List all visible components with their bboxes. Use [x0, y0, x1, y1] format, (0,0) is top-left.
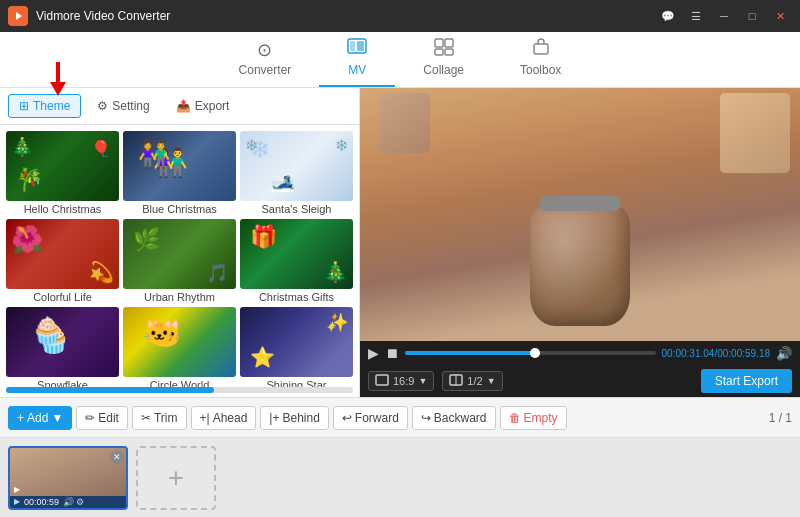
panel-toolbar: ⊞ Theme ⚙ Setting 📤 Export [0, 88, 359, 125]
forward-icon: ↩ [342, 411, 352, 425]
ratio-selector[interactable]: 16:9 ▼ [368, 371, 434, 391]
maximize-btn[interactable]: □ [740, 6, 764, 26]
backward-button[interactable]: ↪ Backward [412, 406, 496, 430]
progress-bar[interactable] [405, 351, 656, 355]
empty-button[interactable]: 🗑 Empty [500, 406, 567, 430]
timeline: ✕ ▶ 00:00:59 🔊 ⚙ + [0, 437, 800, 517]
theme-snowflake[interactable]: 🧁 Snowflake [6, 307, 119, 387]
ratio-icon [375, 374, 389, 388]
behind-button[interactable]: |+ Behind [260, 406, 329, 430]
tab-converter[interactable]: ⊙ Converter [211, 33, 320, 87]
svg-rect-4 [357, 41, 364, 51]
theme-label-snowflake: Snowflake [37, 379, 88, 387]
svg-rect-6 [445, 39, 453, 47]
add-icon: + [17, 411, 24, 425]
setting-gear-icon: ⚙ [97, 99, 108, 113]
track-icon [449, 374, 463, 388]
preview-controls: ▶ ⏹ 00:00:31.04/00:00:59.18 🔊 [360, 341, 800, 365]
theme-thumb-christmas-gifts: 🎁 🎄 [240, 219, 353, 289]
theme-thumb-shining-star: ✨ ⭐ [240, 307, 353, 377]
export-icon: 📤 [176, 99, 191, 113]
theme-urban-rhythm[interactable]: 🌿 🎵 Urban Rhythm [123, 219, 236, 303]
add-clip-button[interactable]: + [136, 446, 216, 510]
theme-thumb-urban-rhythm: 🌿 🎵 [123, 219, 236, 289]
svg-rect-7 [435, 49, 443, 55]
add-chevron: ▼ [51, 411, 63, 425]
tab-toolbox[interactable]: Toolbox [492, 32, 589, 87]
progress-handle[interactable] [530, 348, 540, 358]
theme-thumb-hello-christmas: 🎄 🎋 🎈 [6, 131, 119, 201]
theme-hello-christmas[interactable]: 🎄 🎋 🎈 Hello Christmas [6, 131, 119, 215]
app-icon [8, 6, 28, 26]
right-panel: ▶ ⏹ 00:00:31.04/00:00:59.18 🔊 [360, 88, 800, 397]
clip-footer: ▶ 00:00:59 🔊 ⚙ [10, 496, 126, 508]
left-panel: ⊞ Theme ⚙ Setting 📤 Export 🎄 [0, 88, 360, 397]
stop-button[interactable]: ⏹ [385, 345, 399, 361]
start-export-button[interactable]: Start Export [701, 369, 792, 393]
theme-colorful-life[interactable]: 🌺 💫 Colorful Life [6, 219, 119, 303]
trim-button[interactable]: ✂ Trim [132, 406, 187, 430]
clip-play-icon: ▶ [14, 497, 20, 506]
add-clip-icon: + [168, 462, 184, 494]
play-button[interactable]: ▶ [368, 345, 379, 361]
themes-grid: 🎄 🎋 🎈 Hello Christmas 👫 Blue Christmas [0, 125, 359, 387]
clip-audio-icon: 🔊 [63, 497, 74, 507]
ratio-chevron: ▼ [418, 376, 427, 386]
video-preview [360, 88, 800, 341]
clip-thumbnail: ✕ [10, 448, 126, 496]
bg-object-2 [380, 93, 430, 153]
clip-icons: 🔊 ⚙ [63, 497, 84, 507]
clip-settings-icon: ⚙ [76, 497, 84, 507]
clip-time: 00:00:59 [24, 497, 59, 507]
theme-label-santas-sleigh: Santa's Sleigh [262, 203, 332, 215]
export-button[interactable]: 📤 Export [166, 95, 240, 117]
time-display: 00:00:31.04/00:00:59.18 [662, 348, 770, 359]
add-button[interactable]: + Add ▼ [8, 406, 72, 430]
close-btn[interactable]: ✕ [768, 6, 792, 26]
timeline-clip-1[interactable]: ✕ ▶ 00:00:59 🔊 ⚙ [8, 446, 128, 510]
title-bar: Vidmore Video Converter 💬 ☰ ─ □ ✕ [0, 0, 800, 32]
setting-button[interactable]: ⚙ Setting [87, 95, 159, 117]
theme-button[interactable]: ⊞ Theme [8, 94, 81, 118]
forward-button[interactable]: ↩ Forward [333, 406, 408, 430]
chat-btn[interactable]: 💬 [656, 6, 680, 26]
window-controls: 💬 ☰ ─ □ ✕ [656, 6, 792, 26]
theme-thumb-colorful-life: 🌺 💫 [6, 219, 119, 289]
preview-footer: 16:9 ▼ 1/2 ▼ Start Export [360, 365, 800, 397]
jar-lid [540, 196, 620, 211]
theme-label-colorful-life: Colorful Life [33, 291, 92, 303]
app-title: Vidmore Video Converter [36, 9, 170, 23]
menu-btn[interactable]: ☰ [684, 6, 708, 26]
mv-icon [347, 38, 367, 61]
video-frame [360, 88, 800, 341]
converter-icon: ⊙ [257, 39, 272, 61]
jar-object [530, 206, 630, 326]
theme-thumb-snowflake: 🧁 [6, 307, 119, 377]
theme-label-urban-rhythm: Urban Rhythm [144, 291, 215, 303]
theme-thumb-circle-world: 🐱 [123, 307, 236, 377]
trim-icon: ✂ [141, 411, 151, 425]
edit-button[interactable]: ✏ Edit [76, 406, 128, 430]
ahead-button[interactable]: +| Ahead [191, 406, 257, 430]
theme-thumb-blue-christmas: 👫 [123, 131, 236, 201]
minimize-btn[interactable]: ─ [712, 6, 736, 26]
svg-rect-5 [435, 39, 443, 47]
track-selector[interactable]: 1/2 ▼ [442, 371, 502, 391]
tab-mv[interactable]: MV [319, 32, 395, 87]
theme-blue-christmas[interactable]: 👫 Blue Christmas [123, 131, 236, 215]
volume-icon[interactable]: 🔊 [776, 346, 792, 361]
tab-collage[interactable]: Collage [395, 32, 492, 87]
bg-object-1 [720, 93, 790, 173]
nav-tabs: ⊙ Converter MV Collage Toolbox [0, 32, 800, 88]
theme-circle-world[interactable]: 🐱 Circle World [123, 307, 236, 387]
scroll-indicator [6, 387, 214, 393]
theme-label-christmas-gifts: Christmas Gifts [259, 291, 334, 303]
theme-shining-star[interactable]: ✨ ⭐ Shining Star [240, 307, 353, 387]
track-chevron: ▼ [487, 376, 496, 386]
clip-close-button[interactable]: ✕ [110, 450, 124, 464]
bottom-toolbar: + Add ▼ ✏ Edit ✂ Trim +| Ahead |+ Behind… [0, 397, 800, 437]
theme-christmas-gifts[interactable]: 🎁 🎄 Christmas Gifts [240, 219, 353, 303]
theme-label-blue-christmas: Blue Christmas [142, 203, 217, 215]
svg-rect-9 [534, 44, 548, 54]
theme-santas-sleigh[interactable]: ❄ ❄ 🎿 Santa's Sleigh [240, 131, 353, 215]
